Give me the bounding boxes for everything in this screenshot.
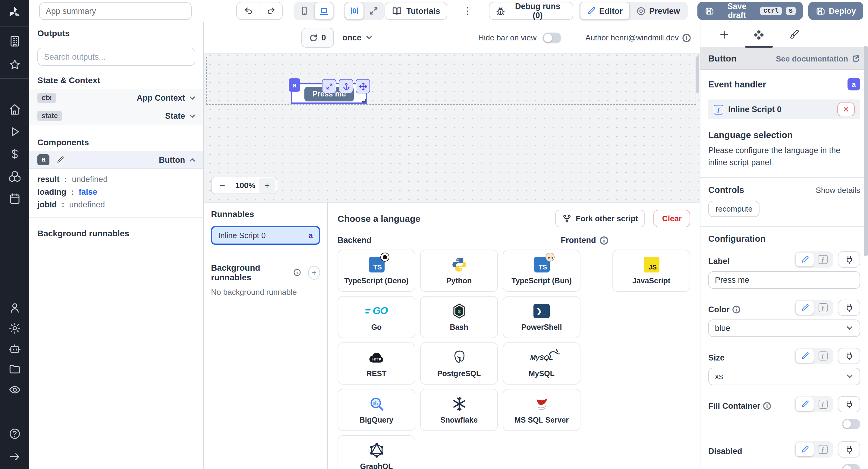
expand-component-button[interactable] <box>322 79 336 93</box>
expression-fx-option[interactable]: ƒ <box>814 442 832 456</box>
connect-plug-button[interactable] <box>838 300 860 316</box>
language-card-python[interactable]: Python <box>420 250 498 292</box>
move-component-button[interactable] <box>355 79 370 93</box>
windmill-logo[interactable] <box>7 5 22 21</box>
desktop-view-button[interactable] <box>314 2 333 20</box>
language-card-javascript[interactable]: JS JavaScript <box>613 250 690 292</box>
overflow-menu-button[interactable]: ⋮ <box>461 5 474 16</box>
fill-container-toggle[interactable] <box>842 419 860 429</box>
panel-scrollbar[interactable] <box>864 46 868 256</box>
static-pencil-option[interactable] <box>796 301 814 315</box>
component-row-button[interactable]: a Button <box>29 151 203 169</box>
language-card-snowflake[interactable]: Snowflake <box>420 389 498 431</box>
expand-sidebar-arrow-icon[interactable] <box>8 450 21 463</box>
language-card-graphql[interactable]: GraphQL <box>338 435 415 469</box>
tutorials-button[interactable]: Tutorials <box>384 2 447 20</box>
centered-layout-button[interactable] <box>345 2 364 20</box>
fork-other-script-button[interactable]: Fork other script <box>555 210 645 227</box>
components-title: Components <box>29 137 203 147</box>
colon: : <box>62 200 64 209</box>
tab-component-settings[interactable] <box>741 22 776 47</box>
canvas-scrollbar[interactable] <box>696 56 699 93</box>
clear-button[interactable]: Clear <box>654 210 690 227</box>
info-icon[interactable] <box>294 268 301 277</box>
add-background-runnable-button[interactable]: + <box>308 265 320 279</box>
see-documentation-link[interactable]: See documentation <box>776 54 860 63</box>
state-row[interactable]: state State <box>29 107 203 125</box>
powershell-icon: ❯_ <box>533 303 550 319</box>
runnable-inline-script-0[interactable]: Inline Script 0 a <box>211 226 320 245</box>
fullwidth-layout-button[interactable] <box>364 3 383 19</box>
hide-bar-toggle[interactable] <box>542 32 561 43</box>
info-icon[interactable] <box>600 236 608 245</box>
connect-plug-button[interactable] <box>838 396 860 412</box>
preview-mode-button[interactable]: Preview <box>630 3 687 19</box>
folders-icon[interactable] <box>8 363 21 376</box>
help-icon[interactable] <box>8 428 21 440</box>
deploy-button[interactable]: Deploy <box>808 2 863 20</box>
mobile-view-button[interactable] <box>295 3 314 19</box>
undo-button[interactable] <box>237 2 259 19</box>
ctx-row[interactable]: ctx App Context <box>29 89 203 107</box>
settings-gear-icon[interactable] <box>8 322 21 335</box>
app-summary-input[interactable] <box>39 2 192 20</box>
info-icon[interactable] <box>682 33 691 42</box>
schedules-calendar-icon[interactable] <box>8 192 21 205</box>
language-card-mysql[interactable]: MySQL MySQL <box>503 342 581 385</box>
size-select[interactable]: xs <box>708 368 860 385</box>
refresh-count-button[interactable]: 0 <box>301 28 334 48</box>
save-draft-button[interactable]: Save draft Ctrl S <box>698 2 803 20</box>
expression-fx-option[interactable]: ƒ <box>814 349 832 363</box>
search-outputs-input[interactable] <box>37 48 195 66</box>
redo-button[interactable] <box>259 2 282 19</box>
users-icon[interactable] <box>8 302 21 314</box>
expression-fx-option[interactable]: ƒ <box>814 397 832 411</box>
app-canvas[interactable]: Press me a − 100% + <box>204 53 700 202</box>
resize-handle[interactable] <box>362 99 366 102</box>
backend-language-grid: TS TypeScript (Deno) Python TS <box>338 250 581 469</box>
show-details-link[interactable]: Show details <box>816 185 860 194</box>
language-card-powershell[interactable]: ❯_ PowerShell <box>503 296 581 338</box>
color-select[interactable]: blue <box>708 319 860 337</box>
language-card-bash[interactable]: $ Bash <box>420 296 498 338</box>
language-card-rest[interactable]: HTTP REST <box>338 342 415 385</box>
static-pencil-option[interactable] <box>796 442 814 456</box>
expression-fx-option[interactable]: ƒ <box>814 253 832 267</box>
disabled-toggle[interactable] <box>842 464 860 469</box>
label-value-input[interactable] <box>708 271 860 289</box>
rename-pencil-icon[interactable] <box>54 153 67 166</box>
settings-tabs <box>701 22 868 48</box>
favorites-star-icon[interactable] <box>8 59 21 71</box>
audit-eye-icon[interactable] <box>8 383 21 396</box>
language-card-bigquery[interactable]: BigQuery <box>338 389 415 431</box>
language-card-go[interactable]: GO Go <box>338 296 415 338</box>
expression-fx-option[interactable]: ƒ <box>814 301 832 315</box>
language-card-typescript-bun[interactable]: TS TypeScript (Bun) <box>503 250 581 292</box>
remove-script-button[interactable]: ✕ <box>837 102 855 116</box>
variables-dollar-icon[interactable] <box>8 148 21 160</box>
zoom-in-button[interactable]: + <box>258 178 276 193</box>
static-pencil-option[interactable] <box>796 397 814 411</box>
event-script-row[interactable]: ƒ Inline Script 0 ✕ <box>708 99 860 119</box>
tab-insert-component[interactable] <box>707 22 741 47</box>
app-builder-icon[interactable] <box>8 35 21 48</box>
tab-styling-brush[interactable] <box>776 22 811 47</box>
zoom-out-button[interactable]: − <box>213 178 232 193</box>
schedule-dropdown[interactable]: once <box>342 33 373 42</box>
static-pencil-option[interactable] <box>796 253 814 267</box>
language-card-mssql[interactable]: MS SQL Server <box>503 389 581 431</box>
editor-mode-button[interactable]: Editor <box>580 2 630 20</box>
language-card-typescript-deno[interactable]: TS TypeScript (Deno) <box>338 250 415 292</box>
workers-robot-icon[interactable] <box>8 342 21 355</box>
static-pencil-option[interactable] <box>796 349 814 363</box>
connect-plug-button[interactable] <box>838 251 860 268</box>
recompute-pill[interactable]: recompute <box>708 201 760 217</box>
resources-boxes-icon[interactable] <box>8 170 21 183</box>
debug-runs-button[interactable]: Debug runs (0) <box>489 2 573 20</box>
home-icon[interactable] <box>8 103 21 116</box>
language-card-postgresql[interactable]: PostgreSQL <box>420 342 498 385</box>
connect-plug-button[interactable] <box>838 441 860 458</box>
anchor-component-button[interactable] <box>339 79 353 93</box>
connect-plug-button[interactable] <box>838 348 860 364</box>
runs-play-icon[interactable] <box>8 125 21 138</box>
